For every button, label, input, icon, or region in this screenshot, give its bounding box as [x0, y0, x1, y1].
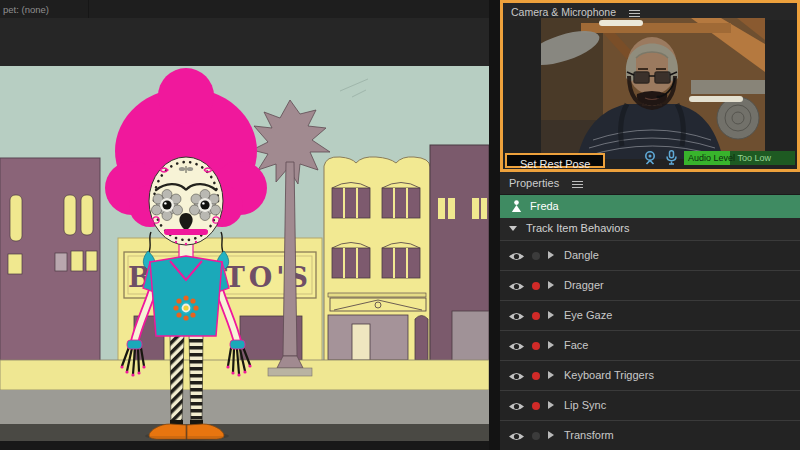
record-dot-icon[interactable] — [532, 402, 540, 410]
timeline-header-bar: pet: (none) — [0, 0, 489, 19]
behavior-label: Keyboard Triggers — [564, 369, 654, 381]
puppet-row-freda[interactable]: Freda — [500, 195, 800, 218]
properties-panel: Properties Freda Track Item Behaviors Da… — [500, 172, 800, 450]
eye-icon[interactable] — [508, 371, 525, 382]
record-dot-icon[interactable] — [532, 312, 540, 320]
camera-panel-controls: Set Rest Pose Audio Level Too Low — [503, 145, 797, 169]
record-dot-icon[interactable] — [532, 342, 540, 350]
properties-menu-icon[interactable] — [572, 179, 583, 188]
expand-triangle-icon[interactable] — [548, 251, 554, 259]
behavior-label: Dangle — [564, 249, 599, 261]
camera-panel-title: Camera & Microphone — [511, 6, 616, 18]
eye-icon[interactable] — [508, 341, 525, 352]
puppet-name: Freda — [530, 200, 559, 212]
audio-level-label: Audio Level — [688, 153, 735, 163]
far-right-building — [430, 145, 489, 365]
behavior-label: Dragger — [564, 279, 604, 291]
left-building — [0, 158, 100, 365]
behavior-row[interactable]: Transform — [500, 421, 800, 450]
behavior-row[interactable]: Face — [500, 331, 800, 361]
character-animator-window: pet: (none) — [0, 0, 800, 450]
shirt — [143, 256, 229, 336]
puppet-figure-icon — [510, 200, 523, 213]
camera-toggle-icon[interactable] — [642, 150, 658, 165]
properties-title: Properties — [509, 177, 559, 189]
section-title: Track Item Behaviors — [526, 222, 630, 234]
track-item-behaviors-section[interactable]: Track Item Behaviors — [500, 218, 800, 241]
camera-microphone-panel: Camera & Microphone — [500, 0, 800, 172]
set-rest-pose-button[interactable]: Set Rest Pose — [505, 153, 605, 168]
behavior-row[interactable]: Lip Sync — [500, 391, 800, 421]
record-dot-icon[interactable] — [532, 432, 540, 440]
expand-triangle-icon[interactable] — [548, 311, 554, 319]
behavior-label: Face — [564, 339, 588, 351]
right-building — [324, 157, 430, 365]
eye-icon[interactable] — [508, 431, 525, 442]
expand-triangle-icon[interactable] — [548, 341, 554, 349]
eye-icon[interactable] — [508, 311, 525, 322]
record-dot-icon[interactable] — [532, 252, 540, 260]
skull-face — [149, 157, 223, 245]
header-divider — [88, 0, 89, 18]
expand-triangle-icon[interactable] — [548, 281, 554, 289]
behavior-label: Lip Sync — [564, 399, 606, 411]
behavior-row[interactable]: Keyboard Triggers — [500, 361, 800, 391]
scene-panel: BENITO'S — [0, 18, 489, 450]
eye-icon[interactable] — [508, 401, 525, 412]
expand-triangle-icon[interactable] — [548, 431, 554, 439]
scene-canvas[interactable]: BENITO'S — [0, 66, 489, 441]
webcam-feed — [541, 18, 765, 159]
panel-divider[interactable] — [489, 0, 500, 450]
puppet-track-label: pet: (none) — [3, 4, 49, 15]
record-dot-icon[interactable] — [532, 282, 540, 290]
mouth — [164, 229, 208, 235]
microphone-toggle-icon[interactable] — [665, 150, 678, 165]
street-edge — [0, 424, 489, 441]
scene-panel-footer — [0, 441, 489, 450]
behavior-row[interactable]: Dragger — [500, 271, 800, 301]
eye-icon[interactable] — [508, 281, 525, 292]
behavior-row[interactable]: Dangle — [500, 241, 800, 271]
eye-icon[interactable] — [508, 251, 525, 262]
expand-triangle-icon[interactable] — [548, 401, 554, 409]
behavior-row[interactable]: Eye Gaze — [500, 301, 800, 331]
audio-level-meter: Audio Level Too Low — [684, 151, 795, 165]
expand-triangle-icon[interactable] — [548, 371, 554, 379]
behavior-label: Transform — [564, 429, 614, 441]
leg-right — [189, 334, 203, 425]
record-dot-icon[interactable] — [532, 372, 540, 380]
audio-status-text: Too Low — [737, 153, 771, 163]
properties-header: Properties — [500, 172, 800, 195]
leg-left — [170, 334, 184, 425]
behavior-label: Eye Gaze — [564, 309, 612, 321]
collapse-triangle-icon[interactable] — [509, 226, 517, 231]
panel-menu-icon[interactable] — [629, 8, 640, 17]
shirt-flower — [173, 295, 198, 320]
